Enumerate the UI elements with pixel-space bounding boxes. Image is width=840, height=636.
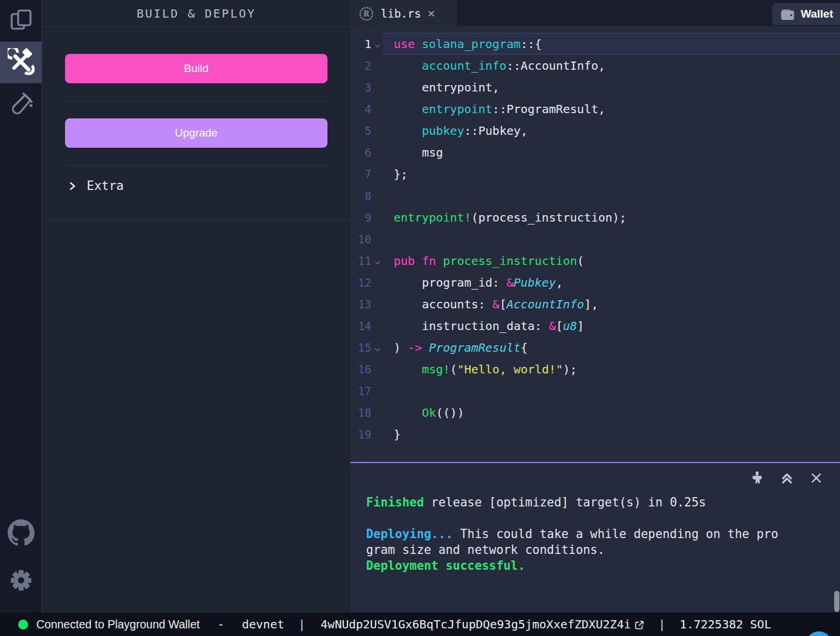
line-number: 6	[350, 146, 371, 159]
code-text: account_info::AccountInfo,	[383, 55, 840, 76]
sidebar-item-test[interactable]	[0, 83, 42, 125]
clear-terminal-icon[interactable]	[750, 471, 764, 485]
svg-text:R: R	[363, 9, 370, 18]
line-number: 16	[350, 363, 371, 376]
github-icon	[8, 519, 35, 549]
fold-slot	[371, 150, 383, 155]
code-line[interactable]: 13 accounts: &[AccountInfo],	[350, 293, 840, 315]
tab-file-name: lib.rs	[381, 7, 421, 20]
code-text: accounts: &[AccountInfo],	[383, 293, 840, 315]
code-line[interactable]: 4 entrypoint::ProgramResult,	[350, 98, 840, 120]
build-deploy-panel: BUILD & DEPLOY Build Upgrade Extra	[42, 0, 350, 613]
sidebar-item-build-deploy[interactable]	[0, 42, 42, 83]
code-line[interactable]: 1use solana_program::{	[350, 33, 840, 55]
terminal-scrollbar-thumb[interactable]	[834, 591, 839, 612]
fold-chevron-icon[interactable]	[371, 256, 383, 266]
fold-slot	[371, 63, 383, 68]
code-line[interactable]: 3 entrypoint,	[350, 76, 840, 98]
fold-slot	[371, 324, 383, 328]
expand-terminal-icon[interactable]	[780, 471, 794, 485]
code-line[interactable]: 7};	[350, 163, 840, 185]
fold-slot	[371, 193, 383, 198]
code-line[interactable]: 8	[350, 185, 840, 206]
code-line[interactable]: 19}	[350, 423, 840, 445]
fold-chevron-icon[interactable]	[371, 342, 383, 352]
settings-button[interactable]	[0, 560, 42, 602]
wallet-icon	[780, 8, 795, 21]
fold-slot	[371, 389, 383, 393]
line-number: 11	[350, 254, 371, 267]
line-number: 5	[350, 124, 371, 137]
status-dash: -	[217, 617, 224, 631]
code-line[interactable]: 5 pubkey::Pubkey,	[350, 120, 840, 141]
fold-slot	[371, 432, 383, 437]
code-line[interactable]: 6 msg	[350, 141, 840, 163]
tools-icon	[8, 48, 35, 77]
line-number: 12	[350, 276, 371, 289]
code-text: }	[383, 423, 840, 445]
fold-slot	[371, 367, 383, 372]
terminal-line: Deploying... This could take a while dep…	[366, 526, 831, 542]
line-number: 13	[350, 298, 371, 311]
code-line[interactable]: 2 account_info::AccountInfo,	[350, 55, 840, 76]
code-text: entrypoint::ProgramResult,	[383, 98, 840, 120]
code-text: Ok(())	[383, 402, 840, 423]
fold-slot	[371, 280, 383, 285]
code-line[interactable]: 16 msg!("Hello, world!");	[350, 358, 840, 380]
line-number: 9	[350, 211, 371, 224]
chevron-right-icon	[68, 181, 76, 192]
divider	[65, 165, 327, 166]
status-bar: Connected to Playground Wallet - devnet …	[0, 613, 840, 636]
wallet-button-label: Wallet	[801, 8, 833, 21]
code-line[interactable]: 12 program_id: &Pubkey,	[350, 271, 840, 293]
tab-lib-rs[interactable]: R lib.rs ×	[350, 0, 457, 27]
tab-bar: R lib.rs × Wallet	[350, 0, 840, 27]
code-line[interactable]: 14 instruction_data: &[u8]	[350, 315, 840, 336]
terminal-line: gram size and network conditions.	[366, 542, 831, 558]
code-text: use solana_program::{	[383, 33, 840, 55]
code-text: };	[383, 163, 840, 185]
panel-title: BUILD & DEPLOY	[42, 0, 350, 27]
extra-section-toggle[interactable]: Extra	[68, 179, 124, 193]
code-text: entrypoint,	[383, 76, 840, 98]
fold-slot	[371, 302, 383, 307]
fold-slot	[371, 237, 383, 242]
wallet-address: 4wNUdp2USV1Gx6BqTcJfupDQe93g5jmoXxefZDXU…	[320, 617, 631, 631]
line-number: 1	[350, 38, 371, 50]
line-number: 2	[350, 59, 371, 72]
code-text	[383, 380, 840, 402]
status-separator: |	[658, 617, 665, 631]
code-area[interactable]: 1use solana_program::{2 account_info::Ac…	[350, 27, 840, 462]
build-button[interactable]: Build	[65, 54, 327, 83]
tab-close-icon[interactable]: ×	[428, 7, 435, 20]
fold-slot	[371, 107, 383, 111]
code-line[interactable]: 17	[350, 380, 840, 402]
github-button[interactable]	[0, 513, 42, 555]
fold-slot	[371, 215, 383, 220]
line-number: 18	[350, 406, 371, 419]
code-line[interactable]: 18 Ok(())	[350, 402, 840, 423]
close-terminal-icon[interactable]	[810, 472, 822, 484]
line-number: 10	[350, 233, 371, 246]
terminal-output: Finished release [optimized] target(s) i…	[366, 495, 831, 574]
terminal-line: Finished release [optimized] target(s) i…	[366, 495, 831, 511]
code-line[interactable]: 15) -> ProgramResult{	[350, 336, 840, 358]
test-tube-icon	[8, 90, 34, 118]
terminal-panel[interactable]: Finished release [optimized] target(s) i…	[350, 462, 840, 613]
code-text: instruction_data: &[u8]	[383, 315, 840, 336]
code-text: ) -> ProgramResult{	[383, 336, 840, 358]
line-number: 3	[350, 81, 371, 94]
wallet-button[interactable]: Wallet	[772, 3, 840, 25]
code-line[interactable]: 11pub fn process_instruction(	[350, 250, 840, 271]
network-selector[interactable]: devnet	[242, 617, 284, 631]
code-line[interactable]: 9entrypoint!(process_instruction);	[350, 206, 840, 228]
activity-bar-bottom	[0, 513, 42, 602]
wallet-address-link[interactable]: 4wNUdp2USV1Gx6BqTcJfupDQe93g5jmoXxefZDXU…	[320, 617, 644, 631]
line-number: 17	[350, 385, 371, 397]
code-line[interactable]: 10	[350, 228, 840, 250]
upgrade-button[interactable]: Upgrade	[65, 118, 327, 148]
fold-slot	[371, 410, 383, 415]
connection-status-dot	[18, 620, 28, 630]
sidebar-item-explorer[interactable]	[0, 0, 42, 42]
fold-chevron-icon[interactable]	[371, 39, 383, 49]
